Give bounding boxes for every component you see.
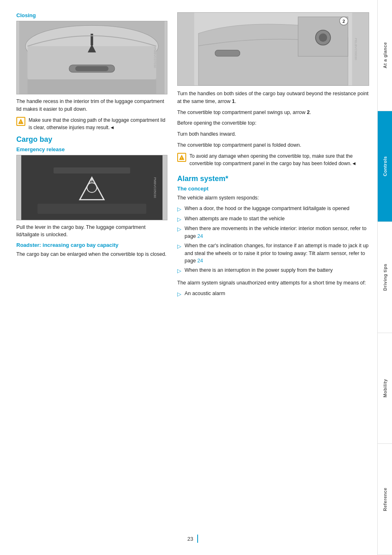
- bullet-arrow-4: ▷: [177, 242, 181, 265]
- emergency-release-svg: [17, 155, 167, 220]
- right-col-body-mid2: The convertible top compartment panel sw…: [177, 109, 369, 116]
- closing-heading: Closing: [16, 12, 167, 18]
- tab-controls-label: Controls: [383, 156, 388, 176]
- svg-text:2: 2: [343, 19, 345, 24]
- tab-driving-tips[interactable]: Driving tips: [378, 222, 392, 333]
- tab-at-a-glance-label: At a glance: [383, 42, 388, 68]
- cargo-warning-text: To avoid any damage when opening the con…: [189, 152, 369, 167]
- alarm-bullet-2: ▷ When attempts are made to start the ve…: [177, 215, 369, 224]
- page-ref-24a: 24: [197, 233, 203, 239]
- signal-bullet-1-text: An acoustic alarm: [185, 290, 225, 298]
- roadster-body: The cargo bay can be enlarged when the c…: [16, 251, 167, 258]
- closing-image-svg: [17, 21, 167, 94]
- right-sidebar: At a glance Controls Driving tips Mobili…: [377, 0, 392, 555]
- right-col-text: Turn the handles on both sides of the ca…: [177, 90, 369, 167]
- alarm-intro: The vehicle alarm system responds:: [177, 194, 369, 202]
- alarm-bullet-3: ▷ When there are movements in the vehicl…: [177, 225, 369, 240]
- svg-rect-4: [75, 66, 108, 71]
- svg-rect-15: [38, 204, 147, 214]
- closing-image: PMBVC07030: [16, 21, 167, 94]
- emergency-release-body: Pull the lever in the cargo bay. The lug…: [16, 224, 167, 239]
- bullet-arrow-1: ▷: [177, 205, 181, 213]
- body-mid2-text: The convertible top compartment panel sw…: [177, 110, 305, 115]
- emergency-release-image: PMBVC05030: [16, 155, 167, 220]
- right-col-body-top-text: Turn the handles on both sides of the ca…: [177, 91, 369, 104]
- page-ref-24b: 24: [197, 258, 203, 264]
- closing-warning-text: Make sure that the closing path of the l…: [29, 116, 167, 131]
- page-number-line: [197, 535, 198, 543]
- turn-handles-text: Turn both handles inward.: [177, 130, 369, 138]
- cargo-warning-icon: !: [177, 153, 186, 162]
- arrow1-text: 1: [232, 98, 235, 104]
- alarm-bullet-4-text: When the car's inclination changes, for …: [185, 242, 369, 265]
- cargo-handles-svg: 2: [178, 13, 369, 85]
- tab-mobility[interactable]: Mobility: [378, 333, 392, 444]
- main-content: Closing: [0, 0, 377, 555]
- tab-reference-label: Reference: [383, 488, 388, 511]
- alarm-bullets-list: ▷ When a door, the hood or the luggage c…: [177, 205, 369, 275]
- bullet-arrow-2: ▷: [177, 215, 181, 224]
- cargo-bay-heading: Cargo bay: [16, 135, 167, 144]
- concept-heading: The concept: [177, 186, 369, 192]
- tab-controls[interactable]: Controls: [378, 111, 392, 222]
- left-column: Closing: [16, 12, 167, 526]
- emergency-release-heading: Emergency release: [16, 146, 167, 152]
- closing-image-watermark: PMBVC07030: [153, 47, 157, 68]
- alarm-system-section: Alarm system* The concept The vehicle al…: [177, 175, 369, 298]
- signal-arrow-1: ▷: [177, 290, 181, 298]
- right-col-body-top: Turn the handles on both sides of the ca…: [177, 90, 369, 105]
- page-number: 23: [187, 536, 193, 542]
- roadster-heading: Roadster: increasing cargo bay capacity: [16, 242, 167, 248]
- warning-triangle-icon: !: [18, 119, 24, 124]
- folded-down-text: The convertible top compartment panel is…: [177, 141, 369, 149]
- signal-bullet-1: ▷ An acoustic alarm: [177, 290, 369, 298]
- svg-rect-16: [53, 167, 130, 173]
- page-number-area: 23: [16, 535, 369, 543]
- page-container: Closing: [0, 0, 392, 555]
- tab-reference[interactable]: Reference: [378, 444, 392, 555]
- two-col-layout: Closing: [16, 12, 369, 526]
- svg-text:!: !: [20, 121, 21, 123]
- closing-warning-block: ! Make sure that the closing path of the…: [16, 116, 167, 131]
- cargo-handles-watermark: PELBVC03030: [354, 38, 358, 60]
- bullet-arrow-5: ▷: [177, 267, 181, 275]
- closing-body1: The handle recess in the interior trim o…: [16, 98, 167, 113]
- alarm-bullet-5-text: When there is an interruption in the pow…: [185, 266, 333, 275]
- tab-mobility-label: Mobility: [383, 379, 388, 398]
- alarm-bullet-1: ▷ When a door, the hood or the luggage c…: [177, 205, 369, 213]
- bullet-arrow-3: ▷: [177, 225, 181, 240]
- tab-at-a-glance[interactable]: At a glance: [378, 0, 392, 111]
- closing-section: Closing: [16, 12, 167, 131]
- svg-point-24: [319, 34, 327, 42]
- before-opening-text: Before opening the convertible top:: [177, 119, 369, 127]
- alarm-bullet-4: ▷ When the car's inclination changes, fo…: [177, 242, 369, 265]
- signals-list: ▷ An acoustic alarm: [177, 290, 369, 298]
- svg-rect-7: [27, 79, 156, 94]
- alarm-bullet-5: ▷ When there is an interruption in the p…: [177, 266, 369, 275]
- cargo-warning-block: ! To avoid any damage when opening the c…: [177, 152, 369, 167]
- body-mid3-text: .: [310, 110, 311, 115]
- alarm-bullet-1-text: When a door, the hood or the luggage com…: [185, 205, 350, 213]
- svg-text:!: !: [181, 157, 182, 159]
- alarm-bullet-3-text: When there are movements in the vehicle …: [185, 225, 369, 240]
- signals-intro: The alarm system signals unauthorized en…: [177, 279, 369, 287]
- cargo-handles-image: 2 PELBVC03030: [177, 12, 369, 86]
- cargo-bay-section: Cargo bay Emergency release: [16, 135, 167, 258]
- right-column: 2 PELBVC03030 Turn the handles on both s…: [177, 12, 369, 526]
- warning-triangle-icon2: !: [179, 154, 185, 160]
- body-mid1-text: .: [235, 98, 236, 104]
- alarm-system-heading: Alarm system*: [177, 175, 369, 183]
- alarm-bullet-2-text: When attempts are made to start the vehi…: [185, 215, 285, 224]
- closing-warning-icon: !: [16, 117, 25, 126]
- emergency-release-watermark: PMBVC05030: [153, 177, 157, 198]
- tab-driving-tips-label: Driving tips: [383, 264, 388, 291]
- svg-rect-19: [215, 50, 240, 56]
